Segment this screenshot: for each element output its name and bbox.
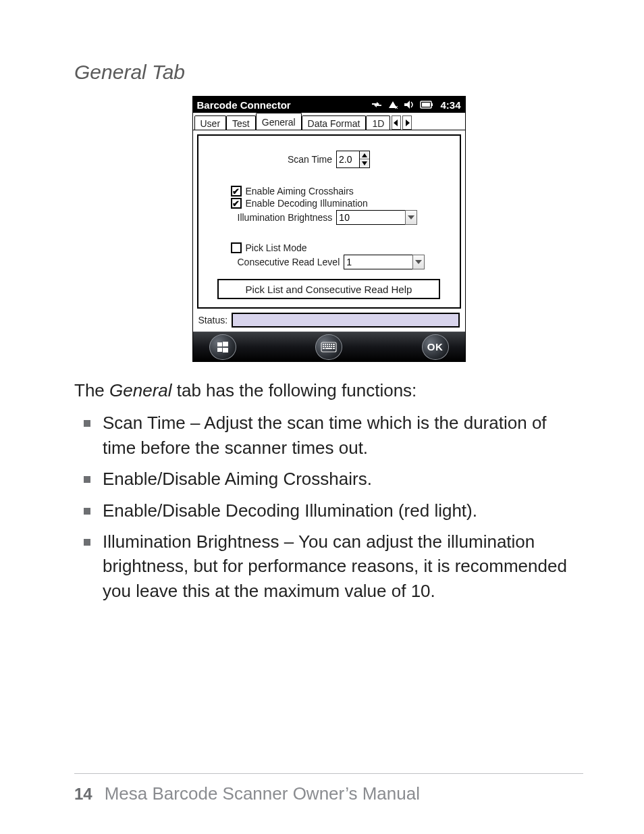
svg-rect-13 (223, 342, 228, 346)
svg-rect-28 (333, 346, 335, 347)
svg-rect-29 (323, 348, 325, 349)
bullet-item: Enable/Disable Aiming Crosshairs. (103, 467, 583, 491)
svg-text:x: x (395, 104, 398, 109)
decoding-illumination-label: Enable Decoding Illumination (246, 198, 368, 209)
svg-rect-30 (325, 348, 332, 349)
page-number: 14 (74, 785, 92, 804)
softkey-bar: OK (193, 332, 465, 361)
illumination-brightness-label: Illumination Brightness (238, 212, 333, 223)
svg-rect-4 (431, 103, 433, 106)
device-screenshot: Barcode Connector x 4:34 User Test (192, 96, 466, 362)
svg-marker-7 (406, 120, 410, 126)
status-field (232, 313, 459, 328)
scan-time-down[interactable] (360, 159, 369, 167)
general-panel: Scan Time Enable Aiming Crosshairs Enabl… (197, 134, 461, 309)
app-titlebar: Barcode Connector x 4:34 (193, 97, 465, 113)
svg-rect-22 (333, 344, 335, 345)
svg-rect-12 (217, 342, 222, 346)
signal-off-icon: x (387, 100, 398, 109)
svg-rect-14 (217, 348, 222, 352)
status-label: Status: (198, 315, 228, 325)
svg-rect-24 (325, 346, 326, 347)
consecutive-read-level-select[interactable] (344, 255, 425, 269)
tab-test[interactable]: Test (226, 115, 256, 130)
app-title: Barcode Connector (197, 99, 304, 111)
svg-rect-27 (331, 346, 332, 347)
svg-rect-31 (333, 348, 335, 349)
volume-icon (404, 100, 414, 109)
pick-list-mode-checkbox[interactable] (231, 242, 242, 253)
svg-rect-26 (329, 346, 330, 347)
tab-1d[interactable]: 1D (366, 115, 390, 130)
svg-rect-20 (329, 344, 330, 345)
aiming-crosshairs-label: Enable Aiming Crosshairs (246, 186, 354, 197)
svg-marker-11 (415, 260, 422, 264)
page-footer: 14 Mesa Barcode Scanner Owner’s Manual (74, 773, 583, 804)
intro-paragraph: The General tab has the following functi… (74, 378, 583, 402)
start-button[interactable] (209, 334, 236, 360)
svg-rect-25 (327, 346, 328, 347)
decoding-illumination-checkbox[interactable] (231, 198, 242, 209)
svg-rect-17 (323, 344, 324, 345)
clock: 4:34 (437, 99, 460, 111)
svg-rect-19 (327, 344, 328, 345)
svg-rect-15 (223, 348, 228, 353)
scan-time-input[interactable] (336, 151, 359, 168)
battery-icon (420, 101, 433, 109)
tab-data-format[interactable]: Data Format (302, 115, 367, 130)
svg-marker-9 (362, 161, 367, 165)
svg-marker-8 (362, 153, 367, 157)
tab-scroll-right[interactable] (402, 115, 412, 130)
bullet-item: Enable/Disable Decoding Illumination (re… (103, 498, 583, 523)
svg-rect-18 (325, 344, 326, 345)
svg-marker-10 (408, 215, 414, 219)
pick-list-mode-label: Pick List Mode (246, 242, 307, 253)
tab-scroll-left[interactable] (392, 115, 401, 130)
svg-rect-23 (323, 346, 324, 347)
consecutive-read-level-label: Consecutive Read Level (238, 257, 340, 267)
keyboard-button[interactable] (315, 334, 342, 360)
scan-time-spinner[interactable] (336, 151, 370, 168)
tab-strip: User Test General Data Format 1D (193, 113, 465, 130)
aiming-crosshairs-checkbox[interactable] (231, 186, 242, 197)
illumination-brightness-select[interactable] (336, 210, 417, 225)
svg-marker-2 (404, 101, 410, 109)
svg-marker-6 (394, 120, 398, 126)
ok-button[interactable]: OK (422, 334, 449, 360)
help-button[interactable]: Pick List and Consecutive Read Help (217, 279, 440, 299)
illumination-brightness-input[interactable] (336, 210, 405, 225)
bullet-item: Illumination Brightness – You can adjust… (103, 529, 583, 603)
svg-rect-21 (331, 344, 332, 345)
svg-rect-5 (422, 103, 430, 107)
network-sync-icon (371, 100, 382, 109)
section-heading: General Tab (74, 61, 583, 84)
tab-user[interactable]: User (194, 115, 227, 130)
consecutive-read-level-drop-icon[interactable] (412, 255, 425, 269)
tab-general[interactable]: General (256, 113, 302, 130)
consecutive-read-level-input[interactable] (344, 255, 412, 269)
bullet-item: Scan Time – Adjust the scan time which i… (103, 411, 583, 460)
scan-time-label: Scan Time (288, 154, 332, 165)
manual-title: Mesa Barcode Scanner Owner’s Manual (105, 783, 420, 804)
illumination-brightness-drop-icon[interactable] (405, 210, 417, 225)
scan-time-up[interactable] (360, 151, 369, 159)
